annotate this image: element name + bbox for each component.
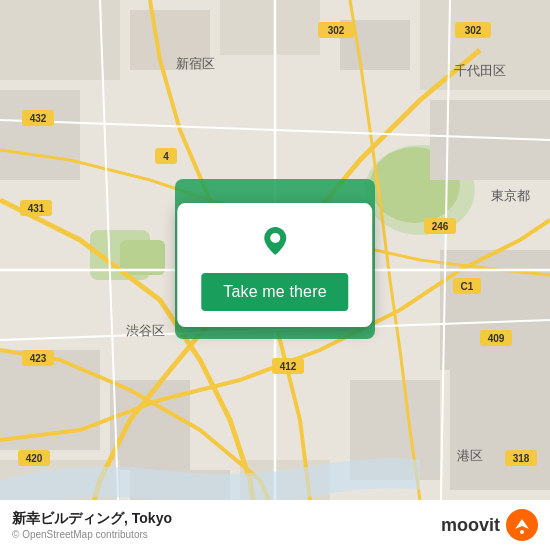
svg-point-56 (270, 233, 280, 243)
location-name: 新幸ビルディング, Tokyo (12, 510, 172, 528)
svg-text:423: 423 (30, 353, 47, 364)
moovit-text: moovit (441, 515, 500, 536)
svg-text:318: 318 (513, 453, 530, 464)
svg-text:431: 431 (28, 203, 45, 214)
popup-card: Take me there (177, 203, 372, 327)
svg-rect-7 (220, 0, 320, 55)
svg-point-58 (520, 530, 524, 534)
svg-rect-16 (450, 370, 550, 490)
svg-text:246: 246 (432, 221, 449, 232)
svg-text:東京都: 東京都 (491, 188, 530, 203)
svg-text:渋谷区: 渋谷区 (126, 323, 165, 338)
svg-text:420: 420 (26, 453, 43, 464)
svg-text:302: 302 (465, 25, 482, 36)
svg-text:新宿区: 新宿区 (176, 56, 215, 71)
moovit-icon (506, 509, 538, 541)
svg-text:432: 432 (30, 113, 47, 124)
svg-text:409: 409 (488, 333, 505, 344)
attribution-text: © OpenStreetMap contributors (12, 529, 172, 540)
svg-text:412: 412 (280, 361, 297, 372)
take-me-there-button[interactable]: Take me there (201, 273, 348, 311)
svg-text:港区: 港区 (457, 448, 483, 463)
location-info: 新幸ビルディング, Tokyo © OpenStreetMap contribu… (12, 510, 172, 540)
moovit-logo: moovit (441, 509, 538, 541)
bottom-bar: 新幸ビルディング, Tokyo © OpenStreetMap contribu… (0, 500, 550, 550)
location-pin-icon (253, 219, 297, 263)
map-container: 302 302 432 431 4 246 C1 409 412 423 420 (0, 0, 550, 550)
svg-text:千代田区: 千代田区 (454, 63, 506, 78)
svg-text:C1: C1 (461, 281, 474, 292)
svg-text:302: 302 (328, 25, 345, 36)
svg-text:4: 4 (163, 151, 169, 162)
svg-rect-10 (0, 90, 80, 180)
